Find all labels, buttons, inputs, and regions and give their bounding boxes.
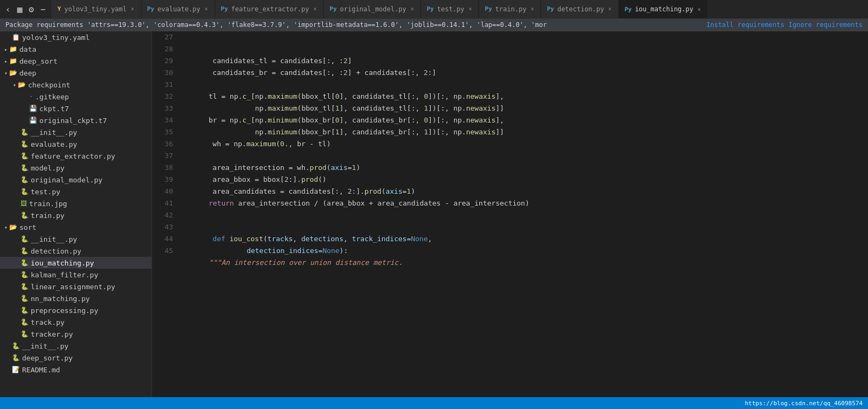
sidebar-label-train_py: train.py [31, 212, 65, 220]
code-text-35 [196, 150, 200, 162]
sidebar-label-sort: sort [19, 223, 36, 231]
sidebar-label-yolov3_tiny_yaml: yolov3_tiny.yaml [22, 33, 89, 42]
tab-close-test[interactable]: × [467, 5, 473, 13]
sidebar-item-gitkeep[interactable]: ·.gitkeep [0, 91, 151, 103]
sidebar-item-deep[interactable]: ▾📂deep [0, 67, 151, 79]
sidebar-label-nn_matching_py: nn_matching.py [31, 295, 90, 303]
sidebar-label-checkpoint: checkpoint [28, 81, 70, 89]
file-icon-init_py_deep: 🐍 [20, 128, 29, 136]
tab-evaluate[interactable]: Pyevaluate.py× [141, 0, 215, 18]
status-bar: https://blog.csdn.net/qq_46098574 [0, 397, 868, 409]
code-container: 27282930313233343536373839404142434445 c… [152, 31, 868, 397]
code-text-34: wh = np.maximum(0., br - tl) [196, 138, 331, 150]
sidebar-item-evaluate_py[interactable]: 🐍evaluate.py [0, 138, 151, 150]
line-number-41: 41 [152, 197, 173, 209]
main-area: 📋yolov3_tiny.yaml▸📁data▸📁deep_sort▾📂deep… [0, 31, 868, 397]
sidebar-item-model_py[interactable]: 🐍model.py [0, 162, 151, 174]
sidebar-item-test_py[interactable]: 🐍test.py [0, 186, 151, 197]
sidebar-item-train_jpg[interactable]: 🖼train.jpg [0, 197, 151, 209]
code-text-32: br = np.c_[np.minimum(bbox_br[0], candid… [192, 114, 504, 126]
settings-icon[interactable]: ⚙ [26, 3, 36, 16]
sidebar-item-iou_matching_py[interactable]: 🐍iou_matching.py [0, 257, 151, 269]
file-icon-nn_matching_py: 🐍 [20, 295, 29, 302]
sidebar: 📋yolov3_tiny.yaml▸📁data▸📁deep_sort▾📂deep… [0, 31, 152, 397]
layout-icon[interactable]: ▦ [15, 3, 25, 16]
tab-close-yolov3[interactable]: × [130, 5, 135, 13]
sidebar-item-yolov3_tiny_yaml[interactable]: 📋yolov3_tiny.yaml [0, 31, 151, 43]
sidebar-item-init_py_root[interactable]: 🐍__init__.py [0, 340, 151, 352]
tab-close-feature_extractor[interactable]: × [312, 5, 318, 13]
code-line-35 [186, 150, 868, 162]
folder-icon-deep_sort: 📁 [9, 57, 17, 65]
code-line-34: wh = np.maximum(0., br - tl) [186, 138, 868, 150]
ignore-requirements-link[interactable]: Ignore requirements [789, 21, 863, 29]
file-icon-train_py: 🐍 [20, 212, 29, 219]
tab-label-detection: detection.py [557, 5, 604, 13]
back-icon[interactable]: ‹ [3, 3, 13, 16]
file-icon-iou_matching_py: 🐍 [20, 259, 29, 267]
sidebar-item-init_py_sort[interactable]: 🐍__init__.py [0, 233, 151, 245]
sidebar-item-nn_matching_py[interactable]: 🐍nn_matching.py [0, 292, 151, 304]
file-icon-model_py: 🐍 [20, 164, 29, 172]
line-number-44: 44 [152, 233, 173, 245]
sidebar-item-original_model_py[interactable]: 🐍original_model.py [0, 174, 151, 186]
folder-arrow-sort: ▾ [4, 224, 8, 230]
tab-original_model[interactable]: Pyoriginal_model.py× [323, 0, 421, 18]
sidebar-item-original_ckpt_t7[interactable]: 💾original_ckpt.t7 [0, 114, 151, 126]
tab-label-original_model: original_model.py [340, 5, 407, 13]
file-icon-detection_py: 🐍 [20, 247, 29, 255]
tab-close-train[interactable]: × [529, 5, 535, 13]
tab-detection[interactable]: Pydetection.py× [541, 0, 618, 18]
sidebar-item-detection_py[interactable]: 🐍detection.py [0, 245, 151, 257]
tab-iou_matching[interactable]: Pyiou_matching.py× [618, 0, 708, 18]
sidebar-item-init_py_deep[interactable]: 🐍__init__.py [0, 126, 151, 138]
sidebar-item-data[interactable]: ▸📁data [0, 43, 151, 55]
tab-label-evaluate: evaluate.py [157, 5, 200, 13]
code-line-36: area_intersection = wh.prod(axis=1) [186, 162, 868, 174]
code-content[interactable]: candidates_tl = candidates[:, :2] candid… [182, 31, 868, 397]
code-text-42: def iou_cost(tracks, detections, track_i… [196, 233, 432, 245]
sidebar-label-data: data [19, 45, 36, 53]
folder-arrow-checkpoint: ▾ [13, 82, 16, 88]
sidebar-item-tracker_py[interactable]: 🐍tracker.py [0, 328, 151, 340]
code-line-37: area_bbox = bbox[2:].prod() [186, 174, 868, 186]
code-text-40 [196, 209, 200, 221]
sidebar-item-checkpoint[interactable]: ▾📂checkpoint [0, 79, 151, 91]
tab-yolov3[interactable]: Yyolov3_tiny.yaml× [52, 0, 141, 18]
code-line-40 [186, 209, 868, 221]
status-url: https://blog.csdn.net/qq_46098574 [745, 400, 863, 407]
sidebar-label-feature_extractor_py: feature_extractor.py [31, 152, 115, 160]
tab-train[interactable]: Pytrain.py× [479, 0, 541, 18]
file-icon-yolov3_tiny_yaml: 📋 [12, 33, 20, 41]
sidebar-item-train_py[interactable]: 🐍train.py [0, 209, 151, 221]
sidebar-item-sort[interactable]: ▾📂sort [0, 221, 151, 233]
sidebar-item-feature_extractor_py[interactable]: 🐍feature_extractor.py [0, 150, 151, 162]
sidebar-item-preprocessing_py[interactable]: 🐍preprocessing.py [0, 304, 151, 316]
tab-close-original_model[interactable]: × [409, 5, 415, 13]
code-line-42: def iou_cost(tracks, detections, track_i… [186, 233, 868, 245]
sidebar-label-original_ckpt_t7: original_ckpt.t7 [39, 117, 107, 125]
file-icon-init_py_root: 🐍 [12, 342, 20, 350]
sidebar-item-linear_assignment_py[interactable]: 🐍linear_assignment.py [0, 281, 151, 292]
install-requirements-link[interactable]: Install requirements [706, 21, 784, 29]
tab-test[interactable]: Pytest.py× [421, 0, 479, 18]
line-number-30: 30 [152, 67, 173, 79]
line-number-40: 40 [152, 186, 173, 197]
minimize-icon[interactable]: − [38, 3, 48, 16]
tab-close-iou_matching[interactable]: × [697, 5, 702, 13]
sidebar-item-deep_sort[interactable]: ▸📁deep_sort [0, 55, 151, 67]
file-icon-ckpt_t7: 💾 [29, 105, 37, 112]
sidebar-item-readme_md[interactable]: 📝README.md [0, 364, 151, 376]
sidebar-item-track_py[interactable]: 🐍track.py [0, 316, 151, 328]
code-line-27: candidates_tl = candidates[:, :2] [186, 55, 868, 67]
tab-feature_extractor[interactable]: Pyfeature_extractor.py× [215, 0, 324, 18]
notification-text: Package requirements 'attrs==19.3.0', 'c… [5, 21, 702, 29]
sidebar-item-kalman_filter_py[interactable]: 🐍kalman_filter.py [0, 269, 151, 281]
code-line-39: ⌄ return area_intersection / (area_bbox … [186, 197, 868, 209]
sidebar-item-ckpt_t7[interactable]: 💾ckpt.t7 [0, 103, 151, 114]
folder-icon-sort: 📂 [9, 223, 17, 231]
tab-close-detection[interactable]: × [607, 5, 612, 13]
sidebar-item-deep_sort_py[interactable]: 🐍deep_sort.py [0, 352, 151, 364]
tab-close-evaluate[interactable]: × [204, 5, 209, 13]
tab-icon-evaluate: Py [147, 5, 154, 12]
